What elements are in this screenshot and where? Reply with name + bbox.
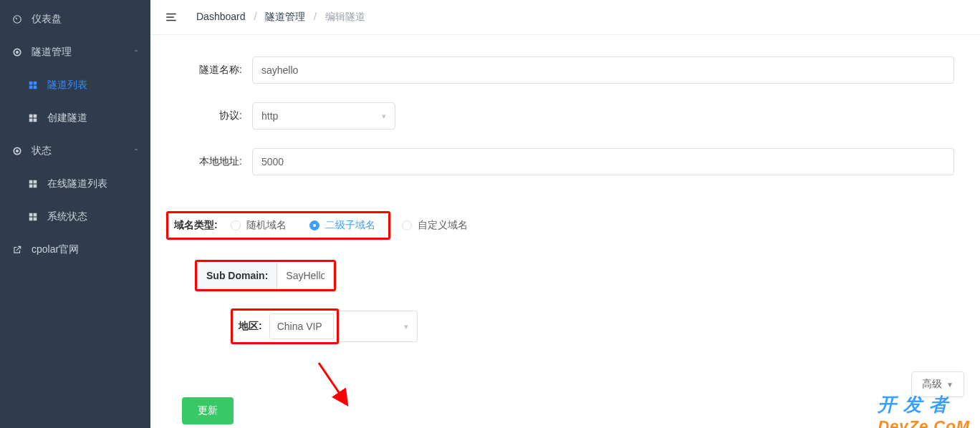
grid-icon xyxy=(27,178,39,190)
label-domain-type: 域名类型: xyxy=(174,219,231,232)
select-protocol[interactable]: http ▾ xyxy=(252,102,395,130)
radio-dot xyxy=(309,220,320,230)
caret-down-icon: ▼ xyxy=(946,381,953,389)
svg-rect-15 xyxy=(29,185,33,188)
chevron-down-icon: ▾ xyxy=(404,322,408,331)
svg-rect-6 xyxy=(34,86,37,89)
sidebar: 仪表盘 隧道管理 ⌃ 隧道列表 创建隧道 状态 ⌃ 在线隧道列表 系统状态 cp… xyxy=(0,0,150,428)
breadcrumb-edit-tunnel: 编辑隧道 xyxy=(325,11,365,22)
sidebar-label: 状态 xyxy=(32,145,52,157)
radio-label: 二级子域名 xyxy=(325,219,375,232)
svg-rect-5 xyxy=(29,86,33,89)
grid-icon xyxy=(27,211,39,223)
radio-random-domain[interactable]: 随机域名 xyxy=(231,219,287,232)
sidebar-item-online-tunnels[interactable]: 在线隧道列表 xyxy=(0,167,150,200)
arrow-annotation xyxy=(317,361,353,412)
chevron-down-icon: ▾ xyxy=(382,112,386,121)
label-tunnel-name: 隧道名称: xyxy=(166,64,252,77)
sidebar-label: 创建隧道 xyxy=(47,112,87,125)
svg-rect-3 xyxy=(29,82,33,85)
watermark: 开发者 DevZe.CoM xyxy=(878,392,970,428)
watermark-top: 开发者 xyxy=(878,392,970,417)
svg-rect-10 xyxy=(34,119,37,122)
row-subdomain: Sub Domain: xyxy=(195,260,964,291)
svg-rect-9 xyxy=(29,119,33,122)
svg-point-2 xyxy=(16,52,18,53)
label-local-addr: 本地地址: xyxy=(166,155,252,168)
radio-custom-domain[interactable]: 自定义域名 xyxy=(402,219,468,232)
chevron-up-icon: ⌃ xyxy=(133,49,139,57)
input-tunnel-name[interactable] xyxy=(252,57,954,84)
breadcrumb-sep: / xyxy=(254,11,256,22)
svg-rect-19 xyxy=(29,218,33,221)
row-protocol: 协议: http ▾ xyxy=(166,102,964,130)
row-domain-type: 域名类型: 随机域名 二级子域名 自定义域名 xyxy=(166,211,964,240)
chevron-up-icon: ⌃ xyxy=(133,147,139,155)
sidebar-item-cpolar-site[interactable]: cpolar官网 xyxy=(0,233,150,266)
radio-subdomain[interactable]: 二级子域名 xyxy=(309,219,375,232)
svg-rect-4 xyxy=(34,82,37,85)
circle-icon xyxy=(11,145,23,157)
external-link-icon xyxy=(11,244,23,256)
top-bar: Dashboard / 隧道管理 / 编辑隧道 xyxy=(150,0,980,35)
svg-point-12 xyxy=(16,150,18,152)
sidebar-label: 在线隧道列表 xyxy=(47,177,107,190)
row-tunnel-name: 隧道名称: xyxy=(166,57,964,84)
row-region: 地区: China VIP ▾ xyxy=(231,308,964,344)
label-protocol: 协议: xyxy=(166,110,252,122)
svg-rect-13 xyxy=(29,180,33,184)
watermark-bottom: DevZe.CoM xyxy=(878,417,970,428)
breadcrumb-sep: / xyxy=(314,11,317,22)
content: 隧道名称: 协议: http ▾ 本地地址: 域名类型: 随机域名 xyxy=(150,35,980,428)
sidebar-item-status[interactable]: 状态 ⌃ xyxy=(0,135,150,167)
update-button[interactable]: 更新 xyxy=(182,397,234,424)
grid-icon xyxy=(27,79,39,91)
advanced-label: 高级 xyxy=(922,378,942,391)
circle-icon xyxy=(11,47,23,58)
radio-group-domain: 随机域名 二级子域名 xyxy=(231,219,375,232)
select-region-arrow[interactable]: ▾ xyxy=(339,311,418,342)
breadcrumb: Dashboard / 隧道管理 / 编辑隧道 xyxy=(196,11,365,24)
radio-dot xyxy=(402,220,412,230)
sidebar-item-create-tunnel[interactable]: 创建隧道 xyxy=(0,102,150,135)
grid-icon xyxy=(27,112,39,124)
select-region-value: China VIP xyxy=(277,321,322,332)
svg-rect-8 xyxy=(34,115,37,118)
highlight-subdomain: Sub Domain: xyxy=(195,260,336,291)
sidebar-item-dashboard[interactable]: 仪表盘 xyxy=(0,3,150,36)
svg-rect-17 xyxy=(29,213,33,217)
radio-label: 自定义域名 xyxy=(418,219,468,232)
sidebar-label: 系统状态 xyxy=(47,210,87,223)
input-subdomain[interactable] xyxy=(277,262,334,289)
highlight-region: 地区: China VIP xyxy=(231,308,339,344)
breadcrumb-tunnel-mgmt[interactable]: 隧道管理 xyxy=(265,11,305,22)
select-region[interactable]: China VIP xyxy=(269,313,334,339)
sidebar-item-tunnel-list[interactable]: 隧道列表 xyxy=(0,69,150,102)
dashboard-icon xyxy=(11,14,23,25)
sidebar-label: cpolar官网 xyxy=(32,243,79,256)
radio-label: 随机域名 xyxy=(246,219,287,232)
sidebar-item-system-status[interactable]: 系统状态 xyxy=(0,200,150,233)
svg-rect-20 xyxy=(34,218,37,221)
sidebar-label: 隧道列表 xyxy=(47,79,87,92)
row-local-addr: 本地地址: xyxy=(166,148,964,175)
label-region: 地区: xyxy=(239,320,269,333)
menu-toggle-icon[interactable] xyxy=(165,10,179,24)
highlight-domain-type: 域名类型: 随机域名 二级子域名 xyxy=(166,211,390,240)
input-local-addr[interactable] xyxy=(252,148,954,175)
breadcrumb-dashboard[interactable]: Dashboard xyxy=(196,11,246,22)
main-area: Dashboard / 隧道管理 / 编辑隧道 隧道名称: 协议: http ▾… xyxy=(150,0,980,428)
sidebar-label: 仪表盘 xyxy=(32,13,62,26)
svg-rect-7 xyxy=(29,115,33,118)
sidebar-label: 隧道管理 xyxy=(32,46,72,59)
radio-dot xyxy=(231,220,241,230)
sidebar-item-tunnel-mgmt[interactable]: 隧道管理 ⌃ xyxy=(0,36,150,69)
svg-rect-14 xyxy=(34,180,37,184)
svg-rect-16 xyxy=(34,185,37,188)
label-subdomain: Sub Domain: xyxy=(197,262,277,289)
svg-line-22 xyxy=(319,363,346,403)
select-protocol-value: http xyxy=(261,110,278,122)
svg-rect-18 xyxy=(34,213,37,217)
